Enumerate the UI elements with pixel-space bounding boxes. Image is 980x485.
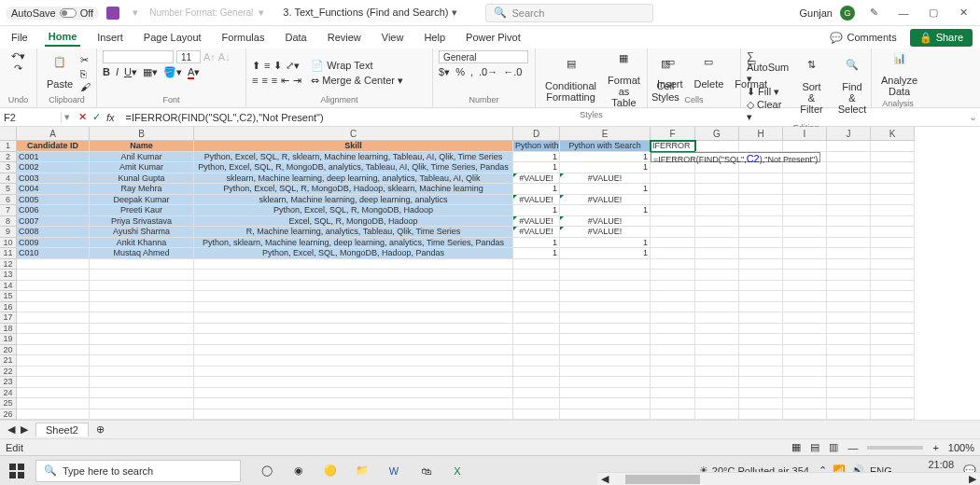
cell[interactable] [739, 141, 783, 152]
cell[interactable] [871, 302, 915, 313]
paste-button[interactable]: 📋 Paste [43, 54, 77, 91]
cell[interactable]: Python, Excel, SQL, R, MongoDB, analytic… [194, 162, 513, 173]
font-color-button[interactable]: A▾ [188, 66, 200, 78]
cell[interactable] [17, 312, 90, 324]
cell[interactable] [827, 238, 871, 249]
cell[interactable] [560, 388, 651, 399]
cell[interactable] [783, 281, 827, 292]
cell[interactable]: C003 [17, 173, 90, 185]
cell[interactable] [783, 238, 827, 249]
cell[interactable]: Ray Mehra [90, 184, 194, 195]
cell[interactable]: Preeti Kaur [90, 205, 194, 216]
row-header[interactable]: 25 [0, 398, 17, 409]
col-header[interactable]: D [513, 127, 560, 141]
cell[interactable]: C007 [17, 216, 90, 228]
view-page-break-button[interactable]: ▥ [829, 441, 838, 453]
align-right-button[interactable]: ≡ [272, 75, 277, 87]
cell[interactable] [695, 184, 739, 195]
row-header[interactable]: 1 [0, 141, 17, 152]
cell[interactable] [651, 227, 695, 238]
border-button[interactable]: ▦▾ [143, 66, 158, 78]
close-button[interactable]: ✕ [952, 2, 974, 24]
cell[interactable] [695, 141, 739, 152]
cell[interactable] [739, 248, 783, 259]
cell[interactable] [90, 345, 194, 356]
cell[interactable] [827, 281, 871, 292]
merge-center-button[interactable]: ⇔ Merge & Center ▾ [311, 75, 403, 87]
cell[interactable]: Python, Excel, SQL, MongoDB, Hadoop, Pan… [194, 248, 513, 259]
cell[interactable] [17, 409, 90, 421]
col-header[interactable]: A [17, 127, 90, 141]
cell[interactable]: 1 [513, 238, 560, 249]
cell[interactable] [651, 270, 695, 281]
cell[interactable] [695, 162, 739, 173]
enter-formula-button[interactable]: ✓ [92, 111, 101, 123]
cell[interactable] [560, 270, 651, 281]
cell[interactable] [827, 152, 871, 163]
cell[interactable] [651, 291, 695, 302]
col-header[interactable]: K [871, 127, 915, 141]
tab-data[interactable]: Data [281, 29, 310, 46]
cell[interactable] [783, 355, 827, 367]
row-header[interactable]: 18 [0, 324, 17, 335]
indent-inc-button[interactable]: ⇥ [293, 75, 301, 87]
cell[interactable]: 1 [560, 238, 651, 249]
row-header[interactable]: 19 [0, 334, 17, 345]
cell[interactable]: #VALUE! [560, 195, 651, 206]
cell[interactable] [871, 195, 915, 206]
number-format-select[interactable] [439, 50, 528, 63]
cell[interactable] [560, 291, 651, 302]
cell[interactable]: IFERROR [651, 141, 695, 152]
align-center-button[interactable]: ≡ [261, 75, 267, 87]
cell[interactable] [90, 281, 194, 292]
cell[interactable]: C005 [17, 195, 90, 206]
col-header[interactable]: I [783, 127, 827, 141]
cell[interactable] [695, 312, 739, 324]
minimize-button[interactable]: — [892, 2, 915, 24]
cell[interactable] [871, 205, 915, 216]
cell[interactable]: Python, Excel, SQL, R, MongoDB, Hadoop, … [194, 184, 513, 195]
cell[interactable] [783, 324, 827, 335]
cell[interactable] [90, 334, 194, 345]
cell[interactable] [17, 398, 90, 409]
cell[interactable] [783, 409, 827, 421]
view-normal-button[interactable]: ▦ [791, 441, 801, 453]
cell[interactable] [783, 141, 827, 152]
cell[interactable] [194, 259, 513, 270]
cell[interactable] [194, 302, 513, 313]
start-button[interactable] [4, 458, 30, 484]
cell[interactable] [651, 238, 695, 249]
cell[interactable] [513, 398, 560, 409]
cell[interactable] [560, 409, 651, 421]
align-top-button[interactable]: ⬆ [252, 60, 260, 72]
cell[interactable] [827, 216, 871, 228]
cell[interactable]: Python with Search [560, 141, 651, 152]
cell[interactable]: Ayushi Sharma [90, 227, 194, 238]
cell[interactable] [871, 173, 915, 185]
maximize-button[interactable]: ▢ [922, 2, 945, 24]
cell[interactable] [783, 195, 827, 206]
cell[interactable] [827, 141, 871, 152]
cell[interactable] [783, 377, 827, 388]
cell[interactable] [651, 367, 695, 378]
cell[interactable] [17, 324, 90, 335]
cell[interactable] [783, 216, 827, 228]
cell[interactable] [17, 388, 90, 399]
cell[interactable] [560, 281, 651, 292]
cell[interactable] [651, 334, 695, 345]
col-header[interactable]: C [194, 127, 513, 141]
row-header[interactable]: 11 [0, 248, 17, 259]
cell[interactable]: Python, Excel, SQL, R, sklearn, Machine … [194, 152, 513, 163]
cell[interactable] [651, 281, 695, 292]
cell[interactable]: R, Machine learning, analytics, Tableau,… [194, 227, 513, 238]
row-header[interactable]: 13 [0, 270, 17, 281]
cell[interactable] [871, 162, 915, 173]
redo-button[interactable]: ↷ [14, 62, 22, 75]
cell[interactable] [695, 259, 739, 270]
cell[interactable] [513, 281, 560, 292]
cell[interactable] [194, 324, 513, 335]
cell[interactable] [194, 334, 513, 345]
cell[interactable] [739, 355, 783, 367]
cell[interactable] [695, 355, 739, 367]
cell[interactable] [783, 184, 827, 195]
